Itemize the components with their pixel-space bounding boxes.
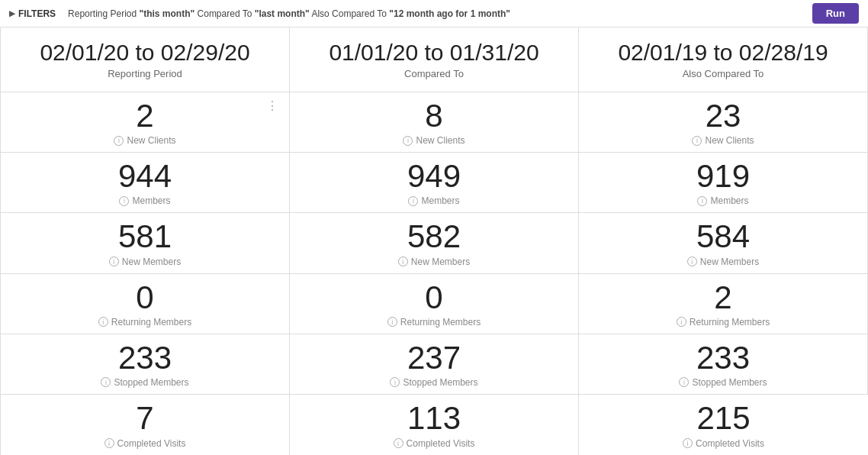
header-cell-col1: 02/01/20 to 02/29/20 Reporting Period bbox=[1, 27, 290, 92]
new-members-cell-col3: 584 i New Members bbox=[579, 213, 868, 273]
stopped-members-cell-col2: 237 i Stopped Members bbox=[290, 334, 579, 395]
info-icon: i bbox=[692, 136, 702, 146]
new-members-value-col1: 581 bbox=[118, 219, 172, 254]
completed-visits-value-col1: 7 bbox=[136, 401, 153, 436]
filters-label: FILTERS bbox=[18, 8, 56, 19]
stopped-members-label-col1: i Stopped Members bbox=[101, 377, 188, 388]
also-compared-text: Also Compared To bbox=[310, 8, 390, 19]
new-clients-cell-col3: 23 i New Clients bbox=[579, 92, 868, 153]
returning-members-label-col1: i Returning Members bbox=[98, 317, 191, 328]
stopped-members-label-col3: i Stopped Members bbox=[679, 377, 767, 388]
info-icon: i bbox=[114, 136, 124, 146]
info-icon: i bbox=[98, 317, 108, 327]
new-clients-cell-col2: 8 i New Clients bbox=[290, 92, 579, 153]
members-value-col1: 944 bbox=[118, 159, 172, 194]
returning-members-value-col2: 0 bbox=[425, 280, 442, 315]
completed-visits-cell-col1: 7 i Completed Visits bbox=[1, 395, 290, 455]
new-members-label-col3: i New Members bbox=[687, 257, 759, 267]
info-icon: i bbox=[403, 136, 413, 146]
stopped-members-label-col2: i Stopped Members bbox=[390, 377, 477, 388]
members-cell-col2: 949 i Members bbox=[290, 153, 579, 213]
reporting-period-value: "this month" bbox=[140, 8, 195, 19]
info-icon: i bbox=[101, 377, 111, 387]
members-value-col2: 949 bbox=[407, 159, 461, 194]
members-label-col2: i Members bbox=[408, 195, 459, 206]
info-icon: i bbox=[408, 196, 418, 206]
info-icon: i bbox=[677, 317, 686, 327]
returning-members-cell-col2: 0 i Returning Members bbox=[290, 274, 579, 334]
new-clients-label-col2: i New Clients bbox=[403, 135, 465, 146]
returning-members-label-col3: i Returning Members bbox=[677, 317, 770, 328]
info-icon: i bbox=[697, 196, 707, 206]
completed-visits-cell-col3: 215 i Completed Visits bbox=[579, 395, 868, 455]
stopped-members-cell-col1: 233 i Stopped Members bbox=[1, 334, 290, 395]
new-members-label-col2: i New Members bbox=[398, 257, 470, 267]
new-clients-label-col1: i New Clients bbox=[114, 135, 175, 146]
new-clients-value-col1: 2 bbox=[136, 98, 153, 134]
new-members-label-col1: i New Members bbox=[109, 257, 181, 267]
new-members-cell-col2: 582 i New Members bbox=[290, 213, 579, 273]
members-value-col3: 919 bbox=[696, 159, 750, 194]
completed-visits-value-col3: 215 bbox=[696, 401, 750, 436]
header-cell-col2: 01/01/20 to 01/31/20 Compared To bbox=[290, 27, 579, 92]
header-cell-col3: 02/01/19 to 02/28/19 Also Compared To bbox=[579, 27, 868, 92]
info-icon: i bbox=[387, 317, 397, 327]
info-icon: i bbox=[398, 257, 408, 266]
compared-to-value: "last month" bbox=[255, 8, 310, 19]
compared-to-text: Compared To bbox=[194, 8, 255, 19]
metrics-grid: 02/01/20 to 02/29/20 Reporting Period 01… bbox=[0, 27, 868, 455]
date-range-col3: 02/01/19 to 02/28/19 bbox=[594, 40, 852, 65]
new-clients-value-col2: 8 bbox=[425, 98, 442, 134]
stopped-members-value-col1: 233 bbox=[118, 340, 172, 376]
new-clients-label-col3: i New Clients bbox=[692, 135, 754, 146]
info-icon: i bbox=[390, 377, 400, 387]
completed-visits-label-col2: i Completed Visits bbox=[394, 438, 475, 449]
filter-bar: ▶ FILTERS Reporting Period "this month" … bbox=[0, 0, 868, 27]
returning-members-label-col2: i Returning Members bbox=[387, 317, 481, 328]
info-icon: i bbox=[119, 196, 129, 206]
reporting-period-text: Reporting Period bbox=[68, 8, 139, 19]
filters-arrow-icon: ▶ bbox=[9, 9, 15, 18]
info-icon: i bbox=[683, 438, 693, 448]
dots-menu-icon[interactable]: ⋮ bbox=[266, 100, 280, 112]
returning-members-value-col1: 0 bbox=[136, 280, 153, 315]
filter-description: Reporting Period "this month" Compared T… bbox=[68, 8, 812, 19]
period-label-col2: Compared To bbox=[305, 68, 563, 79]
new-members-cell-col1: 581 i New Members bbox=[1, 213, 290, 273]
run-button[interactable]: Run bbox=[812, 3, 859, 24]
completed-visits-label-col3: i Completed Visits bbox=[683, 438, 764, 449]
completed-visits-cell-col2: 113 i Completed Visits bbox=[290, 395, 579, 455]
info-icon: i bbox=[104, 438, 114, 448]
info-icon: i bbox=[679, 377, 689, 387]
stopped-members-value-col2: 237 bbox=[407, 340, 461, 376]
info-icon: i bbox=[394, 438, 403, 448]
new-members-value-col2: 582 bbox=[407, 219, 461, 254]
members-label-col3: i Members bbox=[697, 195, 748, 206]
info-icon: i bbox=[109, 257, 119, 266]
stopped-members-value-col3: 233 bbox=[696, 340, 750, 376]
filters-toggle[interactable]: ▶ FILTERS bbox=[9, 8, 56, 19]
date-range-col2: 01/01/20 to 01/31/20 bbox=[305, 40, 563, 65]
period-label-col3: Also Compared To bbox=[594, 68, 852, 79]
members-cell-col3: 919 i Members bbox=[579, 153, 868, 213]
new-members-value-col3: 584 bbox=[696, 219, 750, 254]
completed-visits-value-col2: 113 bbox=[407, 401, 461, 436]
stopped-members-cell-col3: 233 i Stopped Members bbox=[579, 334, 868, 395]
returning-members-cell-col3: 2 i Returning Members bbox=[579, 274, 868, 334]
also-compared-value: "12 month ago for 1 month" bbox=[389, 8, 510, 19]
period-label-col1: Reporting Period bbox=[16, 68, 274, 79]
completed-visits-label-col1: i Completed Visits bbox=[104, 438, 186, 449]
returning-members-value-col3: 2 bbox=[714, 280, 731, 315]
info-icon: i bbox=[687, 257, 697, 266]
returning-members-cell-col1: 0 i Returning Members bbox=[1, 274, 290, 334]
members-cell-col1: 944 i Members bbox=[1, 153, 290, 213]
new-clients-cell-col1: ⋮ 2 i New Clients bbox=[1, 92, 290, 153]
new-clients-value-col3: 23 bbox=[706, 98, 741, 134]
members-label-col1: i Members bbox=[119, 195, 170, 206]
date-range-col1: 02/01/20 to 02/29/20 bbox=[16, 40, 274, 65]
